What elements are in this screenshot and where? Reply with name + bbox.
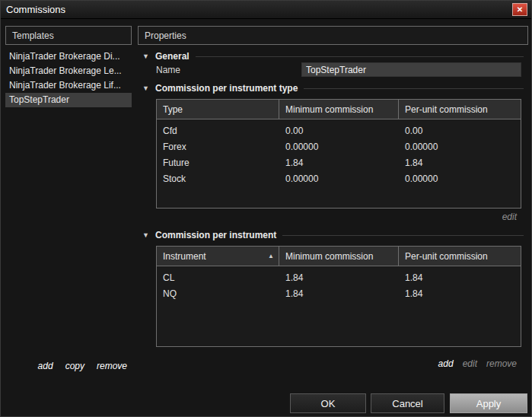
- cell-type: Stock: [157, 173, 279, 184]
- section-divider: [304, 88, 524, 89]
- collapse-icon[interactable]: ▼: [142, 84, 155, 92]
- perinst-section-header[interactable]: ▼ Commission per instrument: [142, 230, 524, 240]
- column-header-minimum-commission[interactable]: Minimum commission: [279, 247, 399, 266]
- cell-per-unit: 1.84: [399, 272, 521, 283]
- name-label: Name: [156, 65, 180, 75]
- name-input[interactable]: [301, 62, 521, 77]
- general-section-title: General: [155, 51, 190, 62]
- template-actions: add copy remove: [5, 361, 127, 371]
- template-remove-link[interactable]: remove: [97, 361, 127, 371]
- section-divider: [282, 235, 524, 236]
- close-button[interactable]: ✕: [512, 3, 527, 16]
- cell-minimum: 0.00: [279, 126, 399, 136]
- template-list-item[interactable]: NinjaTrader Brokerage Le...: [5, 64, 132, 78]
- table-row[interactable]: CL 1.84 1.84: [157, 269, 521, 285]
- cell-per-unit: 0.00: [399, 126, 521, 136]
- templates-panel-header: Templates: [5, 26, 132, 45]
- cell-type: Forex: [157, 142, 279, 152]
- cell-minimum: 1.84: [279, 158, 399, 168]
- cell-minimum: 1.84: [279, 272, 399, 283]
- pertype-edit-link[interactable]: edit: [502, 212, 517, 222]
- template-list-item[interactable]: NinjaTrader Brokerage Lif...: [5, 78, 132, 93]
- close-icon: ✕: [517, 5, 523, 14]
- perinst-edit-link[interactable]: edit: [463, 358, 477, 369]
- properties-panel-title: Properties: [145, 30, 186, 41]
- cell-per-unit: 1.84: [399, 158, 521, 168]
- table-row[interactable]: NQ 1.84 1.84: [157, 285, 521, 301]
- cell-type: Cfd: [157, 126, 279, 136]
- apply-button[interactable]: Apply: [450, 393, 527, 413]
- pertype-table-body: Cfd 0.00 0.00 Forex 0.00000 0.00000 Futu…: [157, 119, 521, 186]
- window-title: Commissions: [6, 4, 65, 15]
- column-header-instrument[interactable]: Instrument ▲: [157, 247, 279, 266]
- table-row[interactable]: Forex 0.00000 0.00000: [157, 138, 521, 154]
- table-row[interactable]: Stock 0.00000 0.00000: [157, 170, 521, 186]
- cell-per-unit: 0.00000: [399, 173, 521, 184]
- perinst-add-link[interactable]: add: [438, 358, 454, 369]
- column-header-per-unit-commission[interactable]: Per-unit commission: [399, 100, 521, 119]
- ok-button[interactable]: OK: [290, 393, 366, 413]
- pertype-section-title: Commission per instrument type: [155, 83, 298, 94]
- pertype-table-header: Type Minimum commission Per-unit commiss…: [157, 100, 521, 119]
- pertype-actions: edit: [156, 212, 517, 222]
- column-header-type[interactable]: Type: [157, 100, 279, 119]
- general-section-header[interactable]: ▼ General: [142, 51, 524, 62]
- template-copy-link[interactable]: copy: [65, 361, 84, 371]
- templates-panel-title: Templates: [12, 30, 54, 41]
- cell-instrument: CL: [157, 272, 279, 283]
- template-list: NinjaTrader Brokerage Di... NinjaTrader …: [5, 49, 132, 107]
- column-header-minimum-commission[interactable]: Minimum commission: [279, 100, 399, 119]
- perinst-table: Instrument ▲ Minimum commission Per-unit…: [156, 246, 521, 347]
- template-list-item[interactable]: NinjaTrader Brokerage Di...: [5, 49, 132, 64]
- column-header-instrument-label: Instrument: [163, 251, 206, 262]
- cell-minimum: 0.00000: [279, 173, 399, 184]
- title-bar[interactable]: Commissions: [1, 1, 531, 19]
- commissions-window: Commissions ✕ Templates NinjaTrader Brok…: [0, 0, 532, 417]
- pertype-table: Type Minimum commission Per-unit commiss…: [156, 99, 521, 208]
- cell-instrument: NQ: [157, 288, 279, 299]
- section-divider: [196, 56, 524, 57]
- perinst-section-title: Commission per instrument: [155, 230, 276, 240]
- table-row[interactable]: Future 1.84 1.84: [157, 154, 521, 170]
- perinst-remove-link[interactable]: remove: [486, 358, 517, 369]
- collapse-icon[interactable]: ▼: [142, 53, 155, 60]
- template-add-link[interactable]: add: [38, 361, 53, 371]
- cell-minimum: 0.00000: [279, 142, 399, 152]
- cell-per-unit: 1.84: [399, 288, 521, 299]
- perinst-actions: add edit remove: [156, 358, 517, 369]
- collapse-icon[interactable]: ▼: [142, 231, 155, 239]
- perinst-table-body: CL 1.84 1.84 NQ 1.84 1.84: [157, 266, 521, 301]
- table-row[interactable]: Cfd 0.00 0.00: [157, 123, 521, 138]
- properties-panel-header: Properties: [138, 26, 528, 45]
- perinst-table-header: Instrument ▲ Minimum commission Per-unit…: [157, 247, 521, 266]
- template-list-item-selected[interactable]: TopStepTrader: [5, 93, 132, 107]
- cell-per-unit: 0.00000: [399, 142, 521, 152]
- column-header-per-unit-commission[interactable]: Per-unit commission: [399, 247, 521, 266]
- pertype-section-header[interactable]: ▼ Commission per instrument type: [142, 83, 524, 94]
- cancel-button[interactable]: Cancel: [371, 393, 444, 413]
- sort-ascending-icon: ▲: [268, 253, 279, 259]
- cell-minimum: 1.84: [279, 288, 399, 299]
- cell-type: Future: [157, 158, 279, 168]
